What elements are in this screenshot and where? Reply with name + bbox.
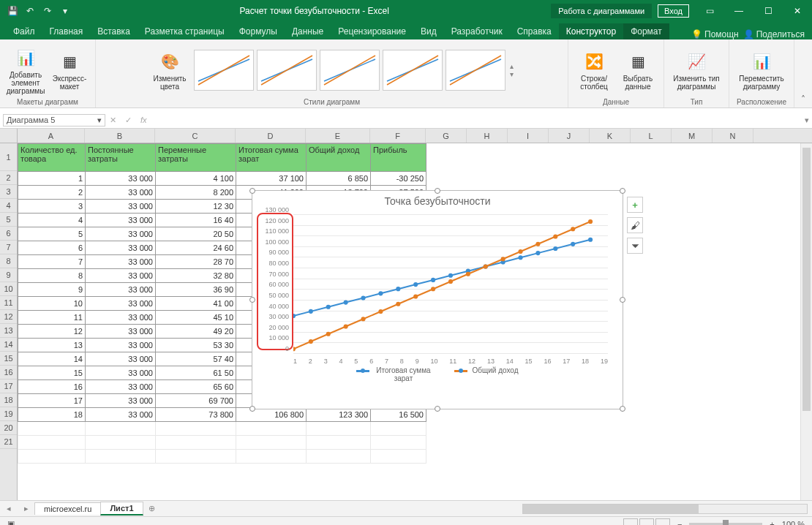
vertical-scrollbar[interactable] [800,143,812,500]
cell[interactable]: 4 100 [156,172,236,186]
worksheet-grid[interactable]: 123456789101112131415161718192021 ABCDEF… [0,129,812,500]
sign-in-button[interactable]: Вход [658,4,689,18]
view-switcher[interactable] [622,518,670,526]
row-header[interactable]: 3 [0,185,17,199]
cell[interactable]: 33 000 [86,366,156,380]
cell[interactable]: 15 [18,366,86,380]
row-header[interactable]: 16 [0,366,17,379]
row-header[interactable]: 6 [0,227,17,241]
cell[interactable]: 9 [18,283,86,297]
column-header[interactable]: G [426,129,467,143]
zoom-in-icon[interactable]: + [770,520,774,526]
chart-styles-gallery[interactable] [194,50,505,91]
cell[interactable]: 45 10 [156,311,236,325]
cell[interactable]: 4 [18,214,86,227]
row-header[interactable]: 9 [0,268,17,282]
column-header[interactable]: L [631,129,672,143]
cell[interactable]: 3 [18,200,86,214]
cell[interactable]: 33 000 [86,325,156,339]
cell[interactable]: 5 [18,227,86,241]
row-header[interactable]: 12 [0,310,17,324]
cell[interactable]: 106 800 [236,408,307,422]
select-all-corner[interactable] [0,129,17,143]
cell[interactable]: 24 60 [156,241,236,255]
switch-row-column-button[interactable]: 🔀Строка/ столбец [574,50,614,91]
quick-layout-button[interactable]: ▦Экспресс- макет [50,50,89,91]
zoom-out-icon[interactable]: − [677,520,682,526]
chart-object[interactable]: Точка безубыточности 130 000120 000110 0… [252,190,623,409]
row-header[interactable]: 10 [0,282,17,296]
record-macro-icon[interactable]: ▣ [7,519,15,525]
cell[interactable]: 65 60 [156,380,236,394]
chart-style-thumb[interactable] [320,50,380,91]
column-header[interactable]: C [155,129,236,143]
minimize-icon[interactable]: — [724,0,753,22]
sheet-tab[interactable]: Лист1 [100,502,143,515]
collapse-ribbon-icon[interactable]: ˄ [794,39,812,107]
undo-icon[interactable]: ↶ [23,4,37,18]
cell[interactable]: 33 000 [86,311,156,325]
row-header[interactable]: 7 [0,241,17,254]
cell[interactable]: 37 100 [236,172,307,186]
table-header-cell[interactable]: Прибыль [371,144,426,172]
row-header[interactable]: 19 [0,407,17,421]
cell[interactable]: 33 000 [86,297,156,311]
cell[interactable]: 49 20 [156,325,236,339]
cell[interactable]: 33 000 [86,394,156,408]
tab-developer[interactable]: Разработчик [444,23,510,39]
close-icon[interactable]: ✕ [783,0,812,22]
sheet-nav-next-icon[interactable]: ▸ [18,504,35,513]
cell[interactable]: 11 [18,311,86,325]
row-header[interactable]: 2 [0,171,17,185]
share-button[interactable]: 👤 Поделиться [743,29,805,39]
tab-formulas[interactable]: Формулы [232,23,285,39]
cell[interactable]: 33 000 [86,214,156,227]
table-header-cell[interactable]: Общий доход [307,144,371,172]
redo-icon[interactable]: ↷ [41,4,54,18]
cell[interactable]: 8 [18,269,86,283]
change-colors-button[interactable]: 🎨Изменить цвета [150,50,189,91]
row-header[interactable]: 11 [0,296,17,310]
save-icon[interactable]: 💾 [6,4,19,18]
row-header[interactable]: 17 [0,379,17,393]
select-data-button[interactable]: ▦Выбрать данные [618,50,658,91]
table-header-cell[interactable]: Количество ед. товара [18,144,86,172]
cell[interactable]: 33 000 [86,227,156,241]
cell[interactable]: 33 000 [86,352,156,366]
tab-help[interactable]: Справка [510,23,559,39]
cell[interactable]: 123 300 [307,408,371,422]
cell[interactable]: 16 [18,380,86,394]
cell[interactable]: 33 000 [86,255,156,269]
cell[interactable]: -30 250 [371,172,426,186]
chart-plot-area[interactable]: 130 000120 000110 000100 00090 00080 000… [293,214,608,353]
maximize-icon[interactable]: ☐ [753,0,783,22]
row-header[interactable]: 18 [0,393,17,407]
change-chart-type-button[interactable]: 📈Изменить тип диаграммы [670,50,723,91]
cell[interactable]: 33 000 [86,200,156,214]
cell[interactable]: 16 40 [156,214,236,227]
column-header[interactable]: B [85,129,155,143]
column-header[interactable]: D [236,129,306,143]
cell[interactable]: 8 200 [156,186,236,200]
tab-file[interactable]: Файл [6,23,42,39]
move-chart-button[interactable]: 📊Переместить диаграмму [735,50,788,91]
horizontal-scrollbar[interactable] [161,504,812,514]
cell[interactable]: 33 000 [86,408,156,422]
cell[interactable]: 16 500 [371,408,426,422]
chart-style-thumb[interactable] [446,50,505,91]
cell[interactable]: 69 700 [156,394,236,408]
cell[interactable]: 12 30 [156,200,236,214]
tab-home[interactable]: Главная [42,23,91,39]
chart-styles-icon[interactable]: 🖌 [627,217,643,233]
column-header[interactable]: K [590,129,631,143]
cell[interactable]: 1 [18,172,86,186]
tab-review[interactable]: Рецензирование [331,23,413,39]
table-header-cell[interactable]: Постоянные затраты [86,144,156,172]
chart-style-thumb[interactable] [383,50,443,91]
new-sheet-icon[interactable]: ⊕ [143,504,161,513]
cell[interactable]: 18 [18,408,86,422]
cell[interactable]: 41 00 [156,297,236,311]
table-header-cell[interactable]: Переменные затраты [156,144,236,172]
column-header[interactable]: E [306,129,370,143]
column-header[interactable]: J [549,129,590,143]
